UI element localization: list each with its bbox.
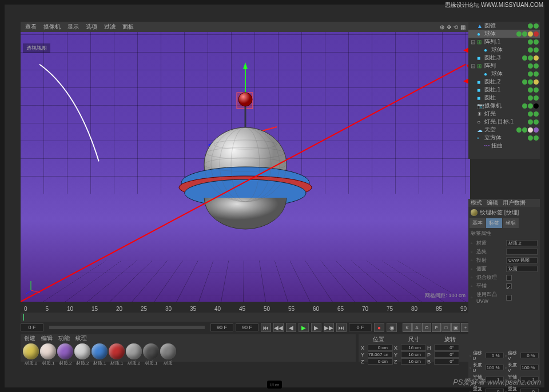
tag-icon[interactable]	[516, 127, 522, 133]
hierarchy-item[interactable]: ■圆柱.1	[468, 86, 540, 94]
attr-tab-tag[interactable]: 标签	[486, 218, 502, 228]
attr-tab-basic[interactable]: 基本	[470, 218, 486, 228]
hierarchy-item[interactable]: ■圆柱.2	[468, 78, 540, 86]
hierarchy-item[interactable]: ⊟⊞阵列	[468, 62, 540, 70]
menu-item[interactable]: 过滤	[104, 23, 116, 31]
tag-icon[interactable]	[534, 71, 539, 77]
frame-start-input[interactable]	[21, 323, 43, 331]
tag-icon[interactable]	[534, 111, 539, 117]
viewport-nav-icon[interactable]: ⟲	[453, 24, 458, 30]
mat-tab[interactable]: 功能	[58, 334, 70, 342]
hierarchy-item[interactable]: ☀灯光	[468, 110, 540, 118]
tag-icon[interactable]	[528, 31, 533, 37]
attr-mode-tab[interactable]: 模式	[471, 199, 482, 207]
size-input[interactable]	[401, 345, 426, 351]
prev-frame-button[interactable]: ◀	[286, 323, 296, 332]
playback-toggle[interactable]: O	[422, 323, 431, 332]
step-back-button[interactable]: ◀◀	[273, 323, 284, 332]
tag-icon[interactable]	[534, 63, 539, 69]
tag-icon[interactable]	[528, 39, 533, 45]
menu-item[interactable]: 选项	[86, 23, 97, 31]
tag-icon[interactable]	[522, 55, 527, 61]
tag-icon[interactable]	[528, 119, 533, 125]
frame-end-input[interactable]	[210, 323, 233, 331]
material-item[interactable]: 材质.2	[74, 343, 90, 366]
material-item[interactable]: 材质.1	[143, 343, 159, 366]
expand-icon[interactable]: ⊟	[471, 63, 475, 69]
uvw-input[interactable]	[486, 353, 504, 358]
tag-icon[interactable]	[528, 55, 533, 61]
mat-tab[interactable]: 创建	[24, 334, 35, 342]
playback-toggle[interactable]: ▣	[451, 323, 460, 332]
material-item[interactable]: 材质.1	[40, 343, 56, 366]
attr-mode-tab[interactable]: 编辑	[487, 199, 498, 207]
tag-icon[interactable]	[534, 79, 539, 85]
material-item[interactable]: 材质.1	[92, 343, 108, 366]
rot-input[interactable]	[434, 345, 459, 351]
goto-end-button[interactable]: ⏭	[336, 323, 347, 332]
playback-toggle[interactable]: P	[432, 323, 441, 332]
viewport-nav-icon[interactable]: ✥	[447, 24, 451, 30]
hierarchy-item[interactable]: ○灯光.目标.1	[468, 118, 540, 126]
record-button[interactable]: ●	[374, 323, 384, 332]
uvw-input[interactable]	[520, 353, 539, 358]
hierarchy-item[interactable]: ●球体	[468, 70, 540, 78]
viewport-nav-icon[interactable]: ▦	[460, 24, 466, 30]
autokey-button[interactable]: ◉	[387, 323, 397, 332]
checkbox[interactable]	[506, 275, 512, 281]
tag-icon[interactable]	[534, 135, 539, 141]
rot-input[interactable]	[434, 358, 459, 365]
mat-tab[interactable]: 纹理	[75, 334, 87, 342]
attr-mode-tab[interactable]: 用户数据	[503, 199, 526, 207]
playback-toggle[interactable]: K	[403, 323, 412, 332]
tag-icon[interactable]	[534, 127, 539, 133]
hierarchy-item[interactable]: ▲圆锥	[468, 22, 540, 30]
tag-icon[interactable]	[522, 31, 527, 37]
attr-value-input[interactable]: UVW 贴图	[506, 257, 538, 263]
hierarchy-item[interactable]: ☁天空	[468, 126, 540, 134]
ufo-model[interactable]	[177, 85, 314, 239]
tag-icon[interactable]	[528, 95, 533, 101]
tag-icon[interactable]	[528, 71, 533, 77]
pos-input[interactable]	[368, 351, 393, 358]
tag-icon[interactable]	[522, 79, 527, 85]
hierarchy-item[interactable]: ●球体	[468, 30, 540, 38]
playback-toggle[interactable]: A	[412, 323, 421, 332]
size-input[interactable]	[401, 358, 426, 365]
viewport-nav-icon[interactable]: ⊕	[440, 24, 444, 30]
mat-tab[interactable]: 编辑	[41, 334, 53, 342]
attr-value-input[interactable]: 双面	[506, 266, 538, 272]
tag-icon[interactable]	[528, 135, 533, 141]
step-fwd-button[interactable]: ▶▶	[324, 323, 334, 332]
material-item[interactable]: 材质.1	[109, 343, 125, 366]
hierarchy-item[interactable]: ●球体	[468, 46, 540, 54]
next-frame-button[interactable]: ▶	[311, 323, 321, 332]
uvw-input[interactable]	[520, 389, 539, 392]
timeline-slider[interactable]	[49, 326, 205, 329]
tag-icon[interactable]	[516, 31, 522, 37]
tag-icon[interactable]	[534, 31, 539, 37]
hierarchy-item[interactable]: ⊟⊞阵列.1	[468, 38, 540, 46]
tag-icon[interactable]	[528, 127, 533, 133]
uvw-input[interactable]	[486, 365, 504, 370]
tag-icon[interactable]	[528, 111, 533, 117]
tag-icon[interactable]	[534, 55, 539, 61]
timeline[interactable]	[21, 313, 470, 322]
tag-icon[interactable]	[528, 47, 533, 53]
attr-value-input[interactable]	[506, 249, 538, 255]
menu-item[interactable]: 面板	[122, 23, 134, 31]
hierarchy-item[interactable]: ▫立方体	[468, 134, 540, 142]
tag-icon[interactable]	[534, 23, 539, 29]
tag-icon[interactable]	[528, 63, 533, 69]
goto-start-button[interactable]: ⏮	[261, 323, 271, 332]
tag-icon[interactable]	[528, 23, 533, 29]
playback-toggle[interactable]: □	[441, 323, 451, 332]
uvw-input[interactable]	[520, 365, 539, 370]
tag-icon[interactable]	[534, 39, 539, 45]
tag-icon[interactable]	[534, 87, 539, 93]
perspective-viewport[interactable]: 透视视图	[21, 32, 470, 302]
frame-current-input[interactable]	[349, 323, 372, 331]
tag-icon[interactable]	[534, 95, 539, 101]
tag-icon[interactable]	[534, 47, 539, 53]
attr-value-input[interactable]: 材质.2	[506, 240, 538, 246]
